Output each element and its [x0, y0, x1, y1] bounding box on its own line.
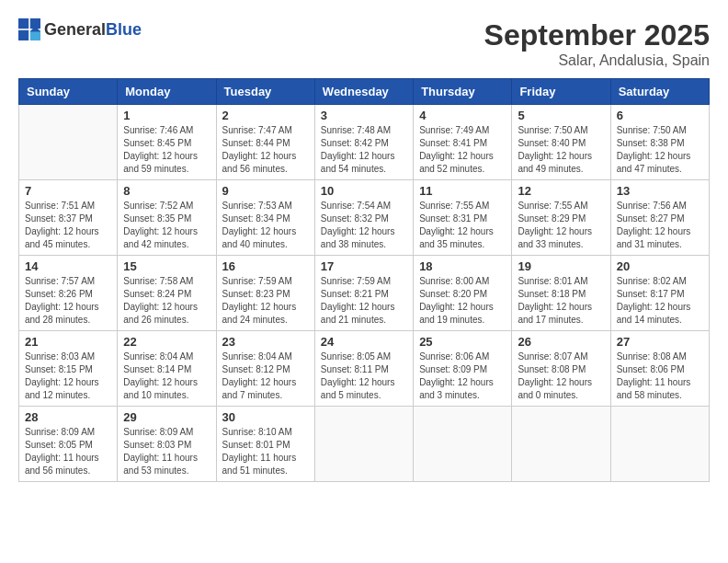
- day-number: 13: [617, 184, 703, 198]
- calendar-cell: 5Sunrise: 7:50 AM Sunset: 8:40 PM Daylig…: [512, 105, 610, 180]
- calendar-cell: 2Sunrise: 7:47 AM Sunset: 8:44 PM Daylig…: [216, 105, 314, 180]
- day-info: Sunrise: 7:58 AM Sunset: 8:24 PM Dayligh…: [123, 275, 210, 327]
- logo-icon: [18, 18, 40, 40]
- calendar-header-row: SundayMondayTuesdayWednesdayThursdayFrid…: [19, 79, 710, 105]
- day-number: 10: [321, 184, 407, 198]
- day-number: 19: [518, 259, 604, 273]
- day-number: 18: [419, 259, 506, 273]
- svg-rect-0: [18, 18, 28, 29]
- day-number: 3: [321, 109, 407, 122]
- calendar-cell: 24Sunrise: 8:05 AM Sunset: 8:11 PM Dayli…: [314, 331, 413, 407]
- day-info: Sunrise: 8:01 AM Sunset: 8:18 PM Dayligh…: [518, 275, 604, 327]
- day-info: Sunrise: 7:47 AM Sunset: 8:44 PM Dayligh…: [222, 124, 309, 176]
- day-info: Sunrise: 8:03 AM Sunset: 8:15 PM Dayligh…: [25, 350, 111, 402]
- calendar-week-row: 21Sunrise: 8:03 AM Sunset: 8:15 PM Dayli…: [19, 331, 710, 407]
- column-header-monday: Monday: [118, 79, 216, 105]
- calendar-week-row: 1Sunrise: 7:46 AM Sunset: 8:45 PM Daylig…: [19, 105, 710, 180]
- calendar-cell: 21Sunrise: 8:03 AM Sunset: 8:15 PM Dayli…: [19, 331, 118, 407]
- column-header-thursday: Thursday: [414, 79, 512, 105]
- calendar-cell: [610, 407, 709, 482]
- day-info: Sunrise: 8:00 AM Sunset: 8:20 PM Dayligh…: [419, 275, 506, 327]
- calendar-cell: 10Sunrise: 7:54 AM Sunset: 8:32 PM Dayli…: [314, 180, 413, 256]
- day-info: Sunrise: 7:54 AM Sunset: 8:32 PM Dayligh…: [321, 200, 407, 251]
- day-info: Sunrise: 7:50 AM Sunset: 8:38 PM Dayligh…: [617, 124, 703, 176]
- calendar-cell: 25Sunrise: 8:06 AM Sunset: 8:09 PM Dayli…: [414, 331, 512, 407]
- day-number: 11: [419, 184, 506, 198]
- day-number: 29: [123, 410, 210, 424]
- calendar-cell: 4Sunrise: 7:49 AM Sunset: 8:41 PM Daylig…: [414, 105, 512, 180]
- calendar-cell: 19Sunrise: 8:01 AM Sunset: 8:18 PM Dayli…: [512, 256, 610, 331]
- calendar-cell: [314, 407, 413, 482]
- column-header-sunday: Sunday: [19, 79, 118, 105]
- day-info: Sunrise: 8:04 AM Sunset: 8:14 PM Dayligh…: [123, 350, 210, 402]
- calendar-cell: 17Sunrise: 7:59 AM Sunset: 8:21 PM Dayli…: [314, 256, 413, 331]
- title-block: September 2025 Salar, Andalusia, Spain: [484, 18, 710, 69]
- calendar-week-row: 7Sunrise: 7:51 AM Sunset: 8:37 PM Daylig…: [19, 180, 710, 256]
- day-info: Sunrise: 8:09 AM Sunset: 8:03 PM Dayligh…: [123, 426, 210, 477]
- day-number: 16: [222, 259, 309, 273]
- calendar-table: SundayMondayTuesdayWednesdayThursdayFrid…: [18, 78, 710, 482]
- calendar-cell: 22Sunrise: 8:04 AM Sunset: 8:14 PM Dayli…: [118, 331, 216, 407]
- calendar-cell: 30Sunrise: 8:10 AM Sunset: 8:01 PM Dayli…: [216, 407, 314, 482]
- calendar-cell: 3Sunrise: 7:48 AM Sunset: 8:42 PM Daylig…: [314, 105, 413, 180]
- calendar-cell: 9Sunrise: 7:53 AM Sunset: 8:34 PM Daylig…: [216, 180, 314, 256]
- calendar-cell: [19, 105, 118, 180]
- day-number: 17: [321, 259, 407, 273]
- calendar-cell: 23Sunrise: 8:04 AM Sunset: 8:12 PM Dayli…: [216, 331, 314, 407]
- calendar-cell: 27Sunrise: 8:08 AM Sunset: 8:06 PM Dayli…: [610, 331, 709, 407]
- day-number: 1: [123, 109, 210, 122]
- calendar-cell: 18Sunrise: 8:00 AM Sunset: 8:20 PM Dayli…: [414, 256, 512, 331]
- calendar-cell: 12Sunrise: 7:55 AM Sunset: 8:29 PM Dayli…: [512, 180, 610, 256]
- logo: GeneralBlue: [18, 18, 142, 40]
- day-info: Sunrise: 7:48 AM Sunset: 8:42 PM Dayligh…: [321, 124, 407, 176]
- day-number: 8: [123, 184, 210, 198]
- calendar-cell: 28Sunrise: 8:09 AM Sunset: 8:05 PM Dayli…: [19, 407, 118, 482]
- calendar-cell: 6Sunrise: 7:50 AM Sunset: 8:38 PM Daylig…: [610, 105, 709, 180]
- day-info: Sunrise: 8:04 AM Sunset: 8:12 PM Dayligh…: [222, 350, 309, 402]
- day-info: Sunrise: 7:53 AM Sunset: 8:34 PM Dayligh…: [222, 200, 309, 251]
- day-info: Sunrise: 7:57 AM Sunset: 8:26 PM Dayligh…: [25, 275, 111, 327]
- day-info: Sunrise: 7:55 AM Sunset: 8:29 PM Dayligh…: [518, 200, 604, 251]
- calendar-cell: 7Sunrise: 7:51 AM Sunset: 8:37 PM Daylig…: [19, 180, 118, 256]
- day-number: 14: [25, 259, 111, 273]
- day-info: Sunrise: 8:08 AM Sunset: 8:06 PM Dayligh…: [617, 350, 703, 402]
- column-header-friday: Friday: [512, 79, 610, 105]
- calendar-cell: 26Sunrise: 8:07 AM Sunset: 8:08 PM Dayli…: [512, 331, 610, 407]
- calendar-cell: 15Sunrise: 7:58 AM Sunset: 8:24 PM Dayli…: [118, 256, 216, 331]
- calendar-cell: [512, 407, 610, 482]
- logo-general: General: [44, 20, 106, 39]
- svg-rect-3: [30, 30, 40, 40]
- day-info: Sunrise: 8:10 AM Sunset: 8:01 PM Dayligh…: [222, 426, 309, 477]
- day-info: Sunrise: 7:59 AM Sunset: 8:23 PM Dayligh…: [222, 275, 309, 327]
- svg-rect-2: [18, 30, 28, 40]
- day-info: Sunrise: 7:51 AM Sunset: 8:37 PM Dayligh…: [25, 200, 111, 251]
- calendar-cell: 13Sunrise: 7:56 AM Sunset: 8:27 PM Dayli…: [610, 180, 709, 256]
- column-header-saturday: Saturday: [610, 79, 709, 105]
- column-header-wednesday: Wednesday: [314, 79, 413, 105]
- calendar-week-row: 14Sunrise: 7:57 AM Sunset: 8:26 PM Dayli…: [19, 256, 710, 331]
- day-number: 7: [25, 184, 111, 198]
- calendar-cell: 14Sunrise: 7:57 AM Sunset: 8:26 PM Dayli…: [19, 256, 118, 331]
- day-info: Sunrise: 7:50 AM Sunset: 8:40 PM Dayligh…: [518, 124, 604, 176]
- day-info: Sunrise: 7:52 AM Sunset: 8:35 PM Dayligh…: [123, 200, 210, 251]
- day-number: 28: [25, 410, 111, 424]
- calendar-cell: [414, 407, 512, 482]
- page-header: GeneralBlue September 2025 Salar, Andalu…: [18, 18, 710, 69]
- location-subtitle: Salar, Andalusia, Spain: [484, 52, 710, 69]
- day-info: Sunrise: 7:59 AM Sunset: 8:21 PM Dayligh…: [321, 275, 407, 327]
- day-info: Sunrise: 7:55 AM Sunset: 8:31 PM Dayligh…: [419, 200, 506, 251]
- day-number: 27: [617, 335, 703, 349]
- calendar-cell: 20Sunrise: 8:02 AM Sunset: 8:17 PM Dayli…: [610, 256, 709, 331]
- column-header-tuesday: Tuesday: [216, 79, 314, 105]
- day-info: Sunrise: 8:07 AM Sunset: 8:08 PM Dayligh…: [518, 350, 604, 402]
- day-number: 21: [25, 335, 111, 349]
- day-number: 2: [222, 109, 309, 122]
- day-info: Sunrise: 7:46 AM Sunset: 8:45 PM Dayligh…: [123, 124, 210, 176]
- day-number: 15: [123, 259, 210, 273]
- day-number: 20: [617, 259, 703, 273]
- day-number: 22: [123, 335, 210, 349]
- day-number: 12: [518, 184, 604, 198]
- day-number: 5: [518, 109, 604, 122]
- calendar-cell: 8Sunrise: 7:52 AM Sunset: 8:35 PM Daylig…: [118, 180, 216, 256]
- day-number: 6: [617, 109, 703, 122]
